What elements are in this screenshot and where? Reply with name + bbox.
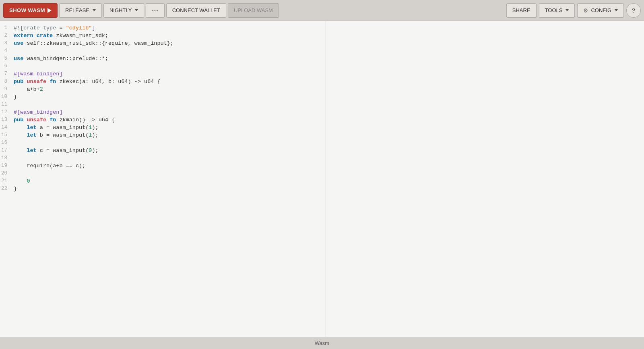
code-line: 18 (0, 154, 326, 162)
line-number: 9 (0, 85, 14, 93)
code-editor[interactable]: 1#![crate_type = "cdylib"]2extern crate … (0, 21, 326, 337)
code-line: 7#[wasm_bindgen] (0, 70, 326, 78)
upload-wasm-label: UPLOAD WASM (234, 7, 273, 13)
code-line: 22} (0, 185, 326, 193)
code-line: 5use wasm_bindgen::prelude::*; (0, 55, 326, 62)
line-content: let b = wasm_input(1); (14, 131, 102, 139)
show-wasm-label: SHOW WASM (9, 7, 45, 13)
code-line: 21 0 (0, 177, 326, 185)
line-number: 7 (0, 70, 14, 78)
dots-label: ··· (152, 7, 158, 14)
line-content: #![crate_type = "cdylib"] (14, 24, 95, 32)
line-number: 8 (0, 78, 14, 85)
share-label: SHARE (512, 7, 530, 13)
line-number: 14 (0, 124, 14, 131)
help-label: ? (632, 7, 635, 14)
connect-wallet-label: CONNECT WALLET (172, 7, 220, 13)
main-content: 1#![crate_type = "cdylib"]2extern crate … (0, 21, 644, 337)
line-number: 15 (0, 131, 14, 139)
chevron-down-icon (135, 9, 138, 11)
line-content: let c = wasm_input(0); (14, 147, 102, 154)
help-button[interactable]: ? (626, 3, 641, 18)
line-content (14, 47, 17, 55)
toolbar-right: SHARE TOOLS ⚙ CONFIG ? (506, 3, 641, 18)
line-number: 12 (0, 108, 14, 116)
line-number: 5 (0, 55, 14, 62)
nightly-label: NIGHTLY (109, 7, 132, 13)
tools-button[interactable]: TOOLS (539, 3, 575, 18)
code-line: 6 (0, 62, 326, 70)
code-line: 2extern crate zkwasm_rust_sdk; (0, 32, 326, 39)
line-number: 22 (0, 185, 14, 193)
upload-wasm-button[interactable]: UPLOAD WASM (228, 3, 279, 18)
code-line: 16 (0, 139, 326, 147)
line-content: let a = wasm_input(1); (14, 124, 102, 131)
line-number: 4 (0, 47, 14, 55)
connect-wallet-button[interactable]: CONNECT WALLET (166, 3, 226, 18)
status-bar: Wasm (0, 337, 644, 349)
code-line: 12#[wasm_bindgen] (0, 108, 326, 116)
line-number: 6 (0, 62, 14, 70)
config-label: CONFIG (591, 7, 611, 13)
line-number: 20 (0, 170, 14, 177)
code-line: 10} (0, 93, 326, 101)
line-content: } (14, 185, 17, 193)
line-content: a+b+2 (14, 85, 43, 93)
code-line: 11 (0, 101, 326, 108)
line-number: 11 (0, 101, 14, 108)
line-content: #[wasm_bindgen] (14, 70, 63, 78)
status-label: Wasm (315, 340, 329, 346)
line-number: 2 (0, 32, 14, 39)
code-line: 3use self::zkwasm_rust_sdk::{require, wa… (0, 39, 326, 47)
line-content: extern crate zkwasm_rust_sdk; (14, 32, 108, 39)
share-button[interactable]: SHARE (506, 3, 537, 18)
show-wasm-button[interactable]: SHOW WASM (3, 3, 58, 18)
chevron-down-icon (566, 9, 569, 11)
code-line: 15 let b = wasm_input(1); (0, 131, 326, 139)
line-content: pub unsafe fn zkexec(a: u64, b: u64) -> … (14, 78, 161, 85)
line-number: 17 (0, 147, 14, 154)
line-number: 21 (0, 177, 14, 185)
line-content: #[wasm_bindgen] (14, 108, 63, 116)
line-number: 1 (0, 24, 14, 32)
code-line: 8pub unsafe fn zkexec(a: u64, b: u64) ->… (0, 78, 326, 85)
line-content (14, 170, 17, 177)
line-content (14, 154, 17, 162)
tools-label: TOOLS (545, 7, 563, 13)
code-line: 4 (0, 47, 326, 55)
line-number: 10 (0, 93, 14, 101)
code-line: 14 let a = wasm_input(1); (0, 124, 326, 131)
line-content: require(a+b == c); (14, 162, 85, 170)
line-content: pub unsafe fn zkmain() -> u64 { (14, 116, 115, 124)
code-line: 9 a+b+2 (0, 85, 326, 93)
nightly-button[interactable]: NIGHTLY (103, 3, 144, 18)
line-number: 18 (0, 154, 14, 162)
line-number: 13 (0, 116, 14, 124)
line-content: 0 (14, 177, 30, 185)
release-label: RELEASE (65, 7, 89, 13)
line-number: 3 (0, 39, 14, 47)
code-line: 20 (0, 170, 326, 177)
more-options-button[interactable]: ··· (146, 3, 164, 18)
line-content: } (14, 93, 17, 101)
right-panel (326, 21, 644, 337)
code-line: 1#![crate_type = "cdylib"] (0, 24, 326, 32)
line-number: 19 (0, 162, 14, 170)
line-content: use self::zkwasm_rust_sdk::{require, was… (14, 39, 173, 47)
line-content: use wasm_bindgen::prelude::*; (14, 55, 108, 62)
code-line: 19 require(a+b == c); (0, 162, 326, 170)
code-line: 13pub unsafe fn zkmain() -> u64 { (0, 116, 326, 124)
toolbar: SHOW WASM RELEASE NIGHTLY ··· CONNECT WA… (0, 0, 644, 21)
play-icon (47, 8, 52, 13)
line-content (14, 139, 17, 147)
line-content (14, 101, 17, 108)
line-number: 16 (0, 139, 14, 147)
gear-icon: ⚙ (583, 7, 588, 14)
chevron-down-icon (93, 9, 96, 11)
release-button[interactable]: RELEASE (59, 3, 102, 18)
config-button[interactable]: ⚙ CONFIG (577, 3, 624, 18)
chevron-down-icon (615, 9, 618, 11)
line-content (14, 62, 17, 70)
code-line: 17 let c = wasm_input(0); (0, 147, 326, 154)
